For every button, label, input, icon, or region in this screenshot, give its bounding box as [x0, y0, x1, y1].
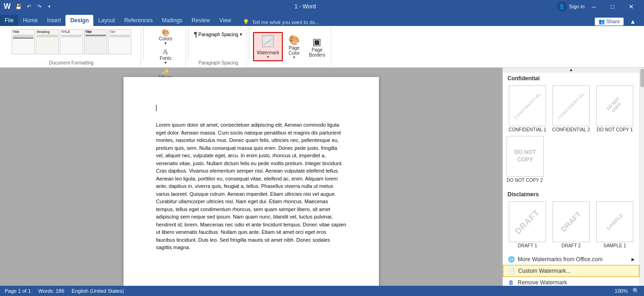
ribbon-group-colors-fonts: 🎨 Colors ▼ 𝔸 Fonts ▼ ✨ Effects ▼ ✓ Set a… — [145, 27, 186, 66]
zoom-slider-icon[interactable]: 🔍 — [632, 288, 639, 294]
paragraph-spacing-button[interactable]: ¶ Paragraph Spacing ▼ — [192, 30, 245, 39]
custom-watermark-item[interactable]: 📄 Custom Watermark... — [503, 265, 639, 277]
tab-view[interactable]: View — [215, 15, 236, 26]
watermark-item-sample1[interactable]: SAMPLE SAMPLE 1 — [594, 201, 636, 248]
watermark-arrow: ▼ — [267, 55, 270, 58]
ribbon-group-paragraph-spacing: ¶ Paragraph Spacing ▼ Paragraph Spacing — [190, 27, 247, 66]
remove-watermark-item[interactable]: 🗑 Remove Watermark — [503, 277, 639, 286]
watermark-thumb-confidential1[interactable]: CONFIDENTIAL — [509, 85, 546, 126]
page-color-icon: 🎨 — [288, 34, 300, 45]
watermark-text-confidential2: CONFIDENTIAL — [557, 91, 586, 121]
doc-area[interactable]: Lorem ipsum dolor sit amet, consectetuer… — [0, 68, 502, 286]
watermark-thumb-confidential2[interactable]: CONFIDENTIAL — [553, 85, 590, 126]
watermark-text-confidential1: CONFIDENTIAL — [513, 91, 542, 121]
tab-mailings[interactable]: Mailings — [157, 15, 187, 26]
status-left: Page 1 of 1 Words: 186 English (United S… — [5, 288, 124, 294]
watermark-text-donotcopy1: DO NOTCOPY — [605, 97, 624, 115]
theme-thumb-4[interactable]: Title — [84, 29, 107, 54]
watermark-thumb-draft2[interactable]: DRAFT — [553, 201, 590, 242]
more-watermarks-label: More Watermarks from Office.com — [518, 256, 603, 263]
watermark-thumb-donotcopy2[interactable]: DO NOTCOPY — [507, 136, 544, 177]
watermark-text-draft1: DRAFT — [513, 207, 542, 236]
close-button[interactable]: ✕ — [622, 0, 640, 13]
tab-review[interactable]: Review — [187, 15, 215, 26]
para-spacing-label: Paragraph Spacing — [198, 32, 238, 37]
quick-access-redo[interactable]: ↷ — [35, 2, 43, 11]
tab-layout[interactable]: Layout — [93, 15, 119, 26]
watermark-item-draft2[interactable]: DRAFT DRAFT 2 — [550, 201, 592, 248]
lightbulb-icon: 💡 — [243, 19, 249, 25]
doc-body-text: Lorem ipsum dolor sit amet, consectetuer… — [156, 121, 346, 251]
watermark-thumb-sample1[interactable]: SAMPLE — [596, 201, 633, 242]
share-label: Share — [606, 19, 620, 24]
panel-scrollbar[interactable] — [639, 68, 644, 286]
share-icon: 👥 — [598, 19, 605, 25]
window-controls: 👤 Sign in ─ □ ✕ — [557, 0, 640, 13]
title-bar-left: W 💾 ↶ ↷ ▼ — [4, 2, 53, 11]
colors-button[interactable]: 🎨 Colors ▼ — [147, 28, 184, 46]
ribbon-minimize-btn[interactable]: ▲ — [624, 17, 642, 26]
watermark-thumb-draft1[interactable]: DRAFT — [509, 201, 546, 242]
watermark-item-draft1[interactable]: DRAFT DRAFT 1 — [507, 201, 548, 248]
restore-button[interactable]: □ — [603, 0, 622, 13]
para-group-label: Paragraph Spacing — [199, 60, 239, 65]
panel-wrapper: ▲ Confidential CONFIDENTIAL CONFIDENTIAL… — [502, 68, 644, 286]
tab-design[interactable]: Design — [65, 15, 93, 26]
watermark-item-donotcopy2[interactable]: DO NOTCOPY DO NOT COPY 2 — [507, 136, 636, 183]
quick-access-undo[interactable]: ↶ — [25, 2, 33, 11]
zoom-level[interactable]: 100% — [615, 288, 628, 294]
fonts-button[interactable]: 𝔸 Fonts ▼ — [147, 47, 184, 66]
share-button[interactable]: 👥 Share — [595, 18, 624, 26]
watermark-label-donotcopy2: DO NOT COPY 2 — [507, 178, 543, 183]
theme-thumb-2[interactable]: Heading — [36, 29, 59, 54]
page-borders-icon: ▣ — [312, 36, 321, 47]
language[interactable]: English (United States) — [72, 288, 124, 294]
confidential-section-title: Confidential — [503, 72, 639, 84]
watermark-panel: ▲ Confidential CONFIDENTIAL CONFIDENTIAL… — [502, 68, 639, 286]
quick-access-customize[interactable]: ▼ — [45, 2, 53, 11]
fonts-chevron: ▼ — [163, 61, 167, 65]
remove-watermark-label: Remove Watermark — [518, 279, 567, 286]
watermark-item-confidential2[interactable]: CONFIDENTIAL CONFIDENTIAL 2 — [550, 85, 592, 132]
page-info[interactable]: Page 1 of 1 — [5, 288, 31, 294]
scrollbar-track[interactable] — [640, 68, 644, 286]
tab-insert[interactable]: Insert — [42, 15, 65, 26]
theme-thumb-1[interactable]: Title — [12, 29, 35, 54]
watermark-label-donotcopy1: DO NOT COPY 1 — [597, 127, 633, 132]
word-icon: W — [4, 2, 11, 11]
page-color-label: Page — [289, 45, 299, 51]
scrollbar-thumb[interactable] — [640, 69, 644, 87]
quick-access-save[interactable]: 💾 — [14, 2, 23, 11]
watermark-button[interactable]: DRAFT Watermark ▼ — [253, 32, 283, 61]
sign-in-label[interactable]: Sign in — [569, 4, 585, 9]
theme-thumb-5[interactable]: Title — [108, 29, 131, 54]
tell-me-text[interactable]: Tell me what you want to do... — [252, 19, 319, 25]
tab-references[interactable]: References — [119, 15, 157, 26]
watermark-thumb-donotcopy1[interactable]: DO NOTCOPY — [596, 85, 633, 126]
page-borders-button[interactable]: ▣ Page Borders — [305, 33, 329, 60]
theme-thumb-3[interactable]: TITLE — [60, 29, 83, 54]
cursor — [156, 105, 156, 111]
disclaimers-section-title: Disclaimers — [503, 188, 639, 199]
more-watermarks-item[interactable]: 🌐 More Watermarks from Office.com ▶ — [503, 254, 639, 265]
status-right: 100% 🔍 — [615, 288, 639, 294]
ribbon-tabs-bar: File Home Insert Design Layout Reference… — [0, 13, 644, 26]
tab-home[interactable]: Home — [18, 15, 42, 26]
ribbon-group-themes: Title Heading TITLE Title Title — [2, 27, 141, 66]
colors-chevron: ▼ — [163, 41, 167, 45]
watermark-item-confidential1[interactable]: CONFIDENTIAL CONFIDENTIAL 1 — [507, 85, 548, 132]
confidential-grid: CONFIDENTIAL CONFIDENTIAL 1 CONFIDENTIAL… — [503, 84, 639, 134]
title-bar-title: 1 - Word — [53, 3, 557, 10]
colors-icon: 🎨 — [162, 29, 169, 36]
word-count[interactable]: Words: 186 — [38, 288, 64, 294]
document-page: Lorem ipsum dolor sit amet, consectetuer… — [124, 77, 379, 286]
tell-me-bar[interactable]: 💡 Tell me what you want to do... — [238, 18, 324, 26]
sign-in-area[interactable]: 👤 Sign in — [557, 0, 585, 13]
minimize-button[interactable]: ─ — [585, 0, 603, 13]
main-content: Lorem ipsum dolor sit amet, consectetuer… — [0, 68, 644, 286]
watermark-item-donotcopy1[interactable]: DO NOTCOPY DO NOT COPY 1 — [594, 85, 636, 132]
page-color-button[interactable]: 🎨 Page Color ▼ — [284, 32, 304, 62]
panel-scroll-up[interactable]: ▲ — [503, 68, 639, 72]
tab-file[interactable]: File — [0, 15, 18, 26]
status-bar: Page 1 of 1 Words: 186 English (United S… — [0, 286, 644, 296]
